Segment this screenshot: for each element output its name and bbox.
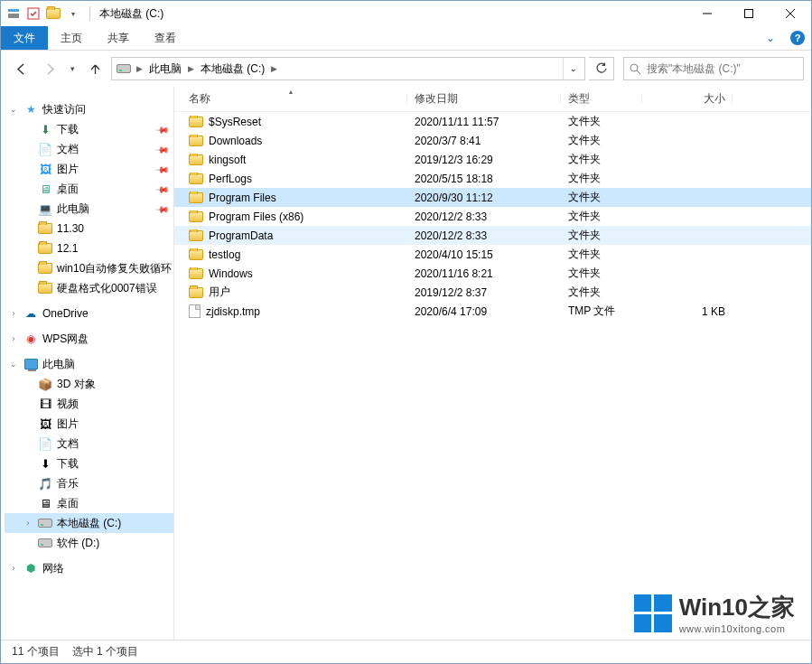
folder-icon [189, 154, 203, 165]
tree-pc-item[interactable]: 📦3D 对象 [5, 374, 173, 394]
folder-icon [189, 287, 203, 298]
sort-asc-icon: ▲ [288, 89, 294, 95]
tree-quick-item[interactable]: 📄文档📌 [5, 139, 173, 159]
cloud-icon: ☁ [23, 307, 39, 320]
col-name[interactable]: ▲名称 [174, 91, 407, 107]
folder-icon [189, 268, 203, 279]
tree-pc-item[interactable]: 🎵音乐 [5, 473, 173, 493]
up-button[interactable] [82, 56, 107, 81]
close-button[interactable] [770, 1, 811, 26]
tab-view[interactable]: 查看 [142, 26, 189, 50]
disclosure-icon[interactable]: › [8, 334, 19, 343]
title-bar: ▾ 本地磁盘 (C:) [1, 1, 811, 26]
file-row[interactable]: Program Files (x86) 2020/12/2 8:33 文件夹 [174, 207, 811, 226]
file-row[interactable]: ProgramData 2020/12/2 8:33 文件夹 [174, 226, 811, 245]
chevron-right-icon[interactable]: ▶ [134, 64, 145, 73]
nav-bar: ▾ ▶ 此电脑 ▶ 本地磁盘 (C:) ▶ ⌄ [1, 51, 811, 87]
disclosure-icon[interactable]: › [8, 309, 19, 318]
pin-icon: 📌 [155, 201, 170, 216]
item-icon: ⬇ [37, 123, 53, 136]
tree-pc-item[interactable]: ⬇下载 [5, 454, 173, 473]
address-bar[interactable]: ▶ 此电脑 ▶ 本地磁盘 (C:) ▶ ⌄ [111, 57, 585, 80]
file-row[interactable]: testlog 2020/4/10 15:15 文件夹 [174, 245, 811, 264]
svg-rect-1 [8, 14, 19, 18]
item-icon: 📄 [37, 437, 53, 451]
wps-icon: ◉ [23, 332, 39, 345]
file-row[interactable]: Windows 2020/11/16 8:21 文件夹 [174, 264, 811, 283]
tree-pc-item[interactable]: 📄文档 [5, 434, 173, 454]
file-list-view: ▲名称 修改日期 类型 大小 $SysReset 2020/11/11 11:5… [174, 87, 811, 640]
folder-icon [189, 136, 203, 146]
svg-rect-4 [745, 10, 753, 18]
back-button[interactable] [8, 56, 33, 81]
file-row[interactable]: kingsoft 2019/12/3 16:29 文件夹 [174, 150, 811, 169]
tree-thispc[interactable]: ⌄ 此电脑 [5, 354, 173, 374]
tree-quick-access[interactable]: ⌄ ★ 快速访问 [5, 99, 173, 119]
drive-icon [114, 64, 134, 73]
network-icon: ⬢ [23, 562, 39, 575]
pin-icon: 📌 [155, 162, 170, 176]
item-icon: 🎞 [37, 397, 53, 411]
tree-quick-item[interactable]: 🖼图片📌 [5, 159, 173, 179]
search-input[interactable] [647, 62, 798, 75]
disclosure-icon[interactable]: › [8, 564, 19, 573]
tree-pc-item[interactable]: 🎞视频 [5, 394, 173, 414]
tree-quick-item[interactable]: 🖥桌面📌 [5, 179, 173, 199]
nav-tree[interactable]: ⌄ ★ 快速访问 ⬇下载📌📄文档📌🖼图片📌🖥桌面📌💻此电脑📌11.3012.1w… [1, 87, 174, 640]
tree-quick-item[interactable]: 12.1 [5, 238, 173, 258]
tree-pc-item[interactable]: 🖥桌面 [5, 493, 173, 513]
col-size[interactable]: 大小 [642, 91, 733, 107]
tree-wps[interactable]: › ◉ WPS网盘 [5, 329, 173, 349]
minimize-button[interactable] [686, 1, 728, 26]
search-box[interactable] [623, 57, 804, 80]
folder-icon [37, 223, 53, 234]
file-row[interactable]: Program Files 2020/9/30 11:12 文件夹 [174, 188, 811, 207]
refresh-button[interactable] [589, 57, 614, 80]
app-icon [5, 5, 23, 23]
crumb-thispc[interactable]: 此电脑 [145, 58, 185, 79]
item-icon: 📦 [37, 378, 53, 391]
folder-icon [189, 211, 203, 222]
maximize-button[interactable] [728, 1, 770, 26]
ribbon-expand-icon[interactable]: ⌄ [757, 26, 784, 50]
file-row[interactable]: 用户 2019/12/2 8:37 文件夹 [174, 283, 811, 302]
disclosure-icon[interactable]: ⌄ [8, 360, 19, 369]
tree-quick-item[interactable]: 硬盘格式化0007错误 [5, 278, 173, 298]
tree-pc-item[interactable]: 软件 (D:) [5, 533, 173, 553]
folder-icon [37, 243, 53, 254]
file-row[interactable]: $SysReset 2020/11/11 11:57 文件夹 [174, 112, 811, 131]
recent-dropdown-icon[interactable]: ▾ [66, 56, 79, 81]
address-dropdown-icon[interactable]: ⌄ [563, 58, 583, 79]
chevron-right-icon[interactable]: ▶ [185, 64, 197, 73]
chevron-right-icon[interactable]: ▶ [268, 64, 280, 73]
forward-button[interactable] [37, 56, 62, 81]
disclosure-icon[interactable]: ⌄ [8, 105, 19, 114]
pin-icon: 📌 [155, 182, 170, 196]
qat-newfolder-icon[interactable] [44, 5, 62, 23]
tree-pc-item[interactable]: ›本地磁盘 (C:) [5, 513, 173, 533]
file-row[interactable]: Downloads 2020/3/7 8:41 文件夹 [174, 131, 811, 150]
qat-properties-icon[interactable] [24, 5, 42, 23]
help-button[interactable]: ? [784, 26, 811, 50]
tree-pc-item[interactable]: 🖼图片 [5, 414, 173, 434]
tab-file[interactable]: 文件 [1, 26, 48, 50]
tree-quick-item[interactable]: 💻此电脑📌 [5, 199, 173, 219]
svg-rect-0 [8, 9, 19, 12]
crumb-drive[interactable]: 本地磁盘 (C:) [197, 58, 268, 79]
tree-quick-item[interactable]: win10自动修复失败循环 [5, 258, 173, 278]
folder-icon [189, 117, 203, 127]
status-selection: 选中 1 个项目 [72, 644, 138, 659]
tab-share[interactable]: 共享 [95, 26, 142, 50]
qat-dropdown-icon[interactable]: ▾ [64, 5, 82, 23]
item-icon: 💻 [37, 202, 53, 216]
file-row[interactable]: zjdiskp.tmp 2020/6/4 17:09 TMP 文件 1 KB [174, 302, 811, 321]
tab-home[interactable]: 主页 [48, 26, 95, 50]
tree-quick-item[interactable]: ⬇下载📌 [5, 119, 173, 139]
folder-icon [189, 192, 203, 203]
tree-onedrive[interactable]: › ☁ OneDrive [5, 304, 173, 323]
tree-quick-item[interactable]: 11.30 [5, 219, 173, 238]
tree-network[interactable]: › ⬢ 网络 [5, 558, 173, 578]
file-row[interactable]: PerfLogs 2020/5/15 18:18 文件夹 [174, 169, 811, 188]
col-date[interactable]: 修改日期 [407, 91, 561, 107]
col-type[interactable]: 类型 [561, 91, 642, 107]
